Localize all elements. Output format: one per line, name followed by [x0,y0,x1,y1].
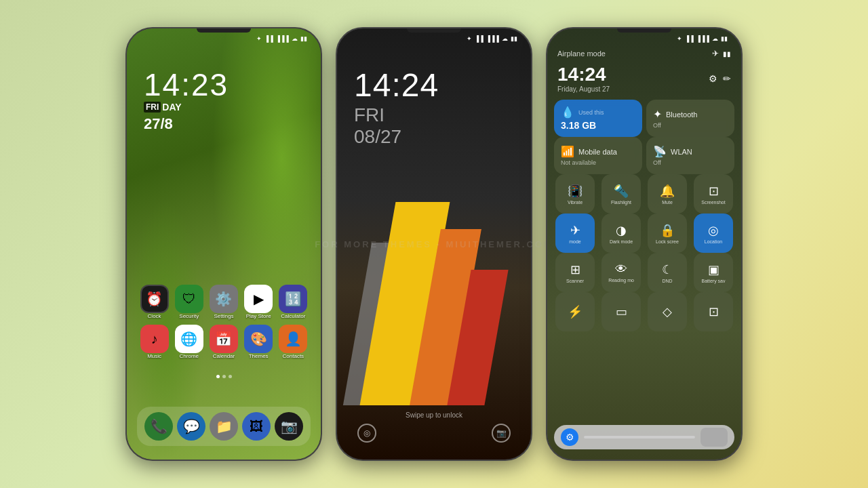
dot-1 [216,375,220,378]
cc-tile-mobile[interactable]: 📶 Mobile data Not available [554,137,642,174]
app-settings[interactable]: ⚙️ Settings [207,285,241,319]
cc-edit-icons: ⚙ ✏ [709,73,731,84]
page-indicator [127,375,321,378]
reading-mode-button[interactable]: 👁 Reading mo [601,253,641,292]
cc-tile-data[interactable]: 💧 Used this 3.18 GB [554,100,642,137]
clock-icon: ⏰ [140,285,169,313]
flashlight-button[interactable]: 🔦 Flashlight [601,174,641,214]
battery-saver-icon: ▣ [708,262,719,277]
app-play-store[interactable]: ▶ Play Store [241,285,275,319]
top-icons: ✈ ▮▮ [712,49,731,58]
bluetooth-tile-icon: ✦ [653,108,662,121]
phone2-status-bar: ✦ ▐▐ ▐▐▐ ☁ ▮▮ [351,35,517,42]
app-phone[interactable]: 📞 [142,412,175,441]
cc-tile-wlan[interactable]: 📡 WLAN Off [646,137,734,174]
files-icon: 📁 [210,412,238,441]
wifi-icon: ☁ [292,35,298,42]
power-icon: ⚡ [568,304,583,319]
lock-screen-shortcut-right[interactable]: 📷 [492,424,511,443]
signal-icon: ▐▐ [264,35,273,42]
vibrate-button[interactable]: 📳 Vibrate [555,174,595,214]
cc-toggle[interactable] [701,428,728,447]
airplane-mode-button[interactable]: ✈ mode [555,214,595,253]
phone1-status-bar: ✦ ▐▐ ▐▐▐ ☁ ▮▮ [140,35,307,42]
airplane-mode-icon: ✈ [712,49,719,58]
bluetooth-tile-sub: Off [653,122,728,129]
battery-saver-button[interactable]: ▣ Battery sav [694,253,733,292]
wlan-tile-sub: Off [653,159,728,166]
data-drop-icon: 💧 [561,106,574,119]
scanner-button[interactable]: ⊞ Scanner [555,253,595,292]
app-gallery[interactable]: 🖼 [240,412,273,441]
cc-icon-row2: ✈ mode ◑ Dark mode 🔒 Lock scree ◎ Locati… [554,214,734,253]
app-themes[interactable]: 🎨 Themes [241,325,275,359]
cast-button[interactable]: ⊡ [694,292,733,331]
edit-icon[interactable]: ✏ [723,73,731,84]
cc-slider[interactable] [584,436,695,439]
lock-screen-button[interactable]: 🔒 Lock scree [648,214,687,253]
mute-icon: 🔔 [660,184,675,199]
signal2-icon: ▐▐▐ [486,35,499,42]
contacts-icon: 👤 [279,325,307,353]
screenshot-icon: ⊡ [709,184,719,199]
dot-2 [222,375,226,378]
phone2-bottom-bar: ◎ 📷 [337,424,531,443]
signal-icon: ▐▐ [475,35,484,42]
scanner-icon: ⊞ [570,262,580,277]
themes-icon: 🎨 [244,325,273,353]
gallery-icon: 🖼 [242,412,271,441]
dark-mode-icon: ◑ [616,223,627,238]
phone1-time-display: 14:23 FRI DAY 27/8 [144,69,229,133]
phone3-control-center: ✦ ▐▐ ▐▐▐ ☁ ▮▮ Airplane mode ✈ ▮▮ 14:24 F… [546,27,743,461]
messages-icon: 💬 [177,412,205,441]
power-button[interactable]: ⚡ [555,292,595,331]
control-center-panel: Airplane mode ✈ ▮▮ 14:24 Friday, August … [554,49,734,331]
phone1-app-row1: ⏰ Clock 🛡 Security ⚙️ Settings ▶ Play St… [137,285,311,319]
data-tile-value: 3.18 GB [561,120,635,131]
app-camera[interactable]: 📷 [273,412,305,441]
mute-button[interactable]: 🔔 Mute [648,174,687,214]
swipe-unlock-label: Swipe up to unlock [337,411,531,419]
chrome-icon: 🌐 [175,325,203,353]
fingerprint-icon: ◎ [363,428,370,438]
app-clock[interactable]: ⏰ Clock [138,285,172,319]
app-files[interactable]: 📁 [208,412,240,441]
airplane-btn-icon: ✈ [570,223,580,238]
app-calculator[interactable]: 🔢 Calculator [276,285,310,319]
wifi-icon: ☁ [502,35,508,42]
cc-date: Friday, August 27 [557,85,610,93]
diamond-icon: ◇ [663,304,672,319]
dnd-icon: ☾ [662,262,673,277]
location-button[interactable]: ◎ Location [694,214,733,253]
app-messages[interactable]: 💬 [175,412,208,441]
cc-tiles-row2: 📶 Mobile data Not available 📡 WLAN Off [554,137,734,174]
battery-top-icon: ▮▮ [723,50,731,58]
app-contacts[interactable]: 👤 Contacts [276,325,310,359]
phone3-status-bar: ✦ ▐▐ ▐▐▐ ☁ ▮▮ [561,35,728,42]
diamond-button[interactable]: ◇ [648,292,687,331]
phone1-day-label: DAY [162,102,181,113]
dnd-button[interactable]: ☾ DND [648,253,687,292]
dark-mode-button[interactable]: ◑ Dark mode [601,214,641,253]
app-chrome[interactable]: 🌐 Chrome [172,325,206,359]
camera-lock-icon: 📷 [496,428,507,438]
signal2-icon: ▐▐▐ [276,35,289,42]
lock-screen-shortcut-left[interactable]: ◎ [357,424,376,443]
battery-icon: ▮▮ [300,35,307,42]
vibrate-icon: 📳 [568,184,583,199]
settings-icon: ⚙️ [210,285,238,313]
screen-button[interactable]: ▭ [601,292,641,331]
bluetooth-icon: ✦ [256,35,262,42]
security-icon: 🛡 [175,285,203,313]
cc-tile-bluetooth[interactable]: ✦ Bluetooth Off [646,100,734,137]
phone2-time-display: 14:24 FRI 08/27 [354,69,439,148]
bluetooth-tile-label: Bluetooth [666,110,697,119]
app-security[interactable]: 🛡 Security [172,285,206,319]
data-tile-label: Used this [578,109,604,116]
flashlight-icon: 🔦 [614,184,629,199]
app-calendar[interactable]: 📅 Calendar [207,325,241,359]
cc-settings-button[interactable]: ⚙ [561,428,578,446]
settings-gear-icon[interactable]: ⚙ [709,73,717,84]
app-music[interactable]: ♪ Music [138,325,172,359]
screenshot-button[interactable]: ⊡ Screenshot [694,174,733,214]
